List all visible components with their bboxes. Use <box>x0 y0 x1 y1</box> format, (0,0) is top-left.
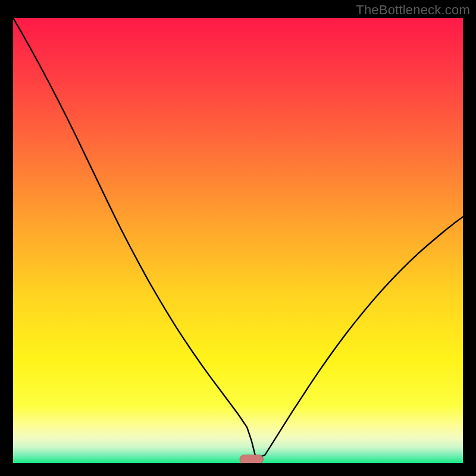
plot-area <box>13 18 463 463</box>
bottleneck-chart-svg <box>13 18 463 463</box>
optimal-marker <box>240 455 263 463</box>
watermark-text: TheBottleneck.com <box>356 2 470 18</box>
chart-frame: TheBottleneck.com <box>0 0 476 476</box>
gradient-background <box>13 18 463 463</box>
